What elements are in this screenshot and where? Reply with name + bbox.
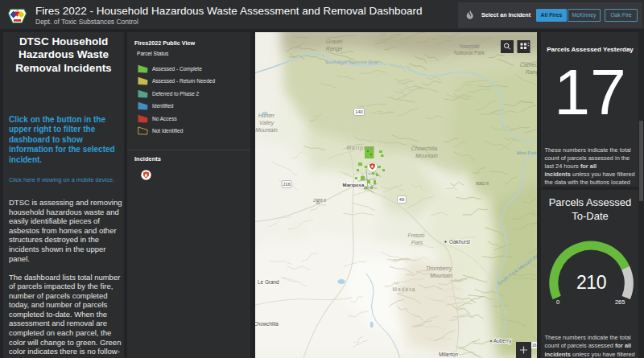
- svg-text:Oakhurst: Oakhurst: [449, 239, 470, 245]
- svg-text:140: 140: [355, 109, 363, 114]
- svg-text:2986 ft: 2986 ft: [312, 198, 326, 203]
- svg-text:Auberry: Auberry: [493, 338, 512, 344]
- svg-text:Mountain: Mountain: [430, 273, 452, 278]
- svg-text:Gravel: Gravel: [326, 39, 343, 44]
- svg-text:Mariposa: Mariposa: [347, 145, 375, 151]
- svg-text:Mariposa: Mariposa: [343, 182, 365, 187]
- svg-text:Le Grand: Le Grand: [258, 279, 279, 285]
- svg-text:9062 ft: 9062 ft: [476, 181, 489, 186]
- svg-text:Cathedral: Cathedral: [520, 62, 537, 68]
- svg-text:Madera: Madera: [392, 286, 415, 292]
- svg-text:West Fork: West Fork: [517, 150, 537, 155]
- svg-text:National Park: National Park: [454, 50, 485, 56]
- svg-text:Yosemite: Yosemite: [459, 43, 480, 49]
- svg-text:Chowchilla: Chowchilla: [411, 146, 438, 151]
- svg-text:Flats: Flats: [411, 240, 423, 245]
- svg-text:South Fork Tuolumne River: South Fork Tuolumne River: [325, 60, 378, 64]
- svg-text:J16: J16: [283, 182, 290, 187]
- svg-text:Valley: Valley: [259, 120, 275, 126]
- svg-text:Thornberry: Thornberry: [426, 265, 452, 272]
- svg-text:16: 16: [532, 343, 537, 348]
- svg-text:Hunter: Hunter: [258, 113, 275, 118]
- svg-text:Chowchilla: Chowchilla: [255, 321, 279, 327]
- svg-text:Range: Range: [326, 46, 343, 52]
- svg-text:Range: Range: [526, 69, 537, 76]
- svg-text:Millerton: Millerton: [439, 352, 459, 357]
- svg-text:49: 49: [399, 197, 404, 202]
- svg-text:Mountain: Mountain: [255, 127, 278, 133]
- svg-text:Fresno: Fresno: [408, 232, 425, 238]
- svg-text:Mountain: Mountain: [415, 153, 438, 158]
